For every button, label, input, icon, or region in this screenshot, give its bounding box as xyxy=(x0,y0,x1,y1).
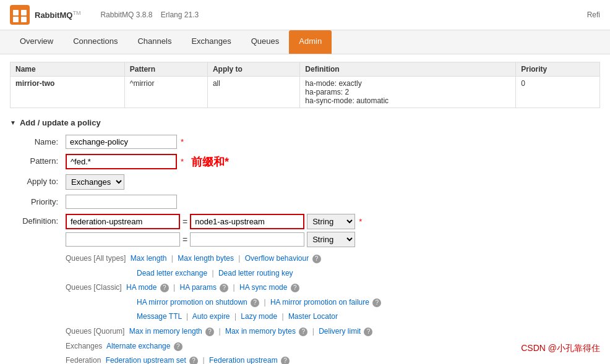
svg-rect-0 xyxy=(10,5,30,25)
priority-input[interactable] xyxy=(66,195,177,209)
definition-label: Definition: xyxy=(10,214,66,226)
logo-area: RabbitMQTM RabbitMQ 3.8.8 Erlang 21.3 xyxy=(10,5,199,25)
hint-max-in-memory-length[interactable]: Max in memory length xyxy=(129,327,202,336)
hint-federation-upstream[interactable]: Federation upstream xyxy=(209,356,278,364)
name-row: Name: * xyxy=(10,135,600,149)
hint-delivery-limit[interactable]: Delivery limit xyxy=(319,327,361,336)
max-memory-length-help-icon[interactable]: ? xyxy=(205,328,214,336)
federation-row1: Federation Federation upstream set ? | F… xyxy=(66,354,600,364)
queues-classic-row3: Message TTL | Auto expire | Lazy mode | … xyxy=(137,310,600,324)
def-val-2[interactable] xyxy=(190,232,304,247)
pattern-input[interactable] xyxy=(66,154,177,169)
nav-overview[interactable]: Overview xyxy=(10,30,63,54)
fed-upstream-help-icon[interactable]: ? xyxy=(281,357,290,364)
hint-alternate-exchange[interactable]: Alternate exchange xyxy=(106,342,170,350)
rabbitmq-logo-icon xyxy=(10,5,30,25)
def-key-2[interactable] xyxy=(66,232,180,247)
hint-max-length-bytes[interactable]: Max length bytes xyxy=(178,254,234,263)
top-right-text: Refi xyxy=(587,11,600,19)
watermark: CSDN @小孔靠得住 xyxy=(521,343,600,354)
name-required: * xyxy=(181,137,184,146)
hint-dead-letter-routing[interactable]: Dead letter routing key xyxy=(218,269,293,277)
svg-rect-4 xyxy=(21,17,27,22)
fed-upstream-set-help-icon[interactable]: ? xyxy=(189,357,198,364)
queues-quorum-row1: Queues [Quorum] Max in memory length ? |… xyxy=(66,325,600,339)
queues-classic-row2: HA mirror promotion on shutdown ? | HA m… xyxy=(137,296,600,310)
table-row: mirrior-two ^mirrior all ha-mode: exactl… xyxy=(11,77,600,108)
pattern-field: * 前缀和* xyxy=(66,154,229,169)
exchanges-label: Exchanges xyxy=(66,342,102,350)
hint-ha-sync-mode[interactable]: HA sync mode xyxy=(239,283,287,292)
version-info: RabbitMQ 3.8.8 Erlang 21.3 xyxy=(100,11,199,19)
policy-table: Name Pattern Apply to Definition Priorit… xyxy=(10,62,600,108)
alt-exchange-help-icon[interactable]: ? xyxy=(174,342,183,351)
row-pattern: ^mirrior xyxy=(124,77,207,108)
svg-rect-3 xyxy=(13,17,19,22)
section-title: Add / update a policy xyxy=(20,118,101,127)
row-definition: ha-mode: exactlyha-params: 2ha-sync-mode… xyxy=(300,77,516,108)
collapse-triangle-icon: ▼ xyxy=(10,119,16,126)
hint-overflow-behaviour[interactable]: Overflow behaviour xyxy=(245,254,309,263)
def-val-1[interactable] xyxy=(190,214,304,229)
def-row-2: = String Number Boolean xyxy=(66,232,362,247)
hint-auto-expire[interactable]: Auto expire xyxy=(192,312,230,321)
def-type-select-2[interactable]: String Number Boolean xyxy=(307,232,355,247)
nav-bar: Overview Connections Channels Exchanges … xyxy=(0,30,610,54)
hint-federation-upstream-set[interactable]: Federation upstream set xyxy=(106,356,186,364)
def-key-1[interactable] xyxy=(66,214,180,229)
apply-row: Apply to: Exchanges Queues All xyxy=(10,174,600,190)
row-apply: all xyxy=(207,77,299,108)
def-row-container: = String Number Boolean * = xyxy=(66,214,362,247)
equals-1: = xyxy=(183,217,187,227)
nav-connections[interactable]: Connections xyxy=(63,30,127,54)
nav-exchanges[interactable]: Exchanges xyxy=(181,30,241,54)
queues-quorum-label: Queues [Quorum] xyxy=(66,327,124,336)
priority-row: Priority: xyxy=(10,195,600,209)
hint-ha-params[interactable]: HA params xyxy=(180,283,217,292)
hint-master-locator[interactable]: Master Locator xyxy=(288,312,338,321)
ha-mirror-failure-help-icon[interactable]: ? xyxy=(372,298,381,307)
main-content: Name Pattern Apply to Definition Priorit… xyxy=(0,54,610,364)
def-required: * xyxy=(359,217,362,226)
hint-lazy-mode[interactable]: Lazy mode xyxy=(241,312,277,321)
ha-params-help-icon[interactable]: ? xyxy=(220,284,228,292)
hint-ha-mirror-failure[interactable]: HA mirror promotion on failure xyxy=(270,298,369,307)
nav-channels[interactable]: Channels xyxy=(127,30,181,54)
nav-admin[interactable]: Admin xyxy=(289,30,332,54)
queues-all-label: Queues [All types] xyxy=(66,254,126,263)
apply-field: Exchanges Queues All xyxy=(66,174,124,190)
hint-message-ttl[interactable]: Message TTL xyxy=(137,312,182,321)
hint-max-length[interactable]: Max length xyxy=(131,254,167,263)
queues-all-row2: Dead letter exchange | Dead letter routi… xyxy=(137,267,600,281)
ha-mirror-shutdown-help-icon[interactable]: ? xyxy=(251,298,259,307)
pattern-required: * xyxy=(181,157,184,166)
max-memory-bytes-help-icon[interactable]: ? xyxy=(299,328,307,336)
equals-2: = xyxy=(183,235,187,245)
name-label: Name: xyxy=(10,135,66,146)
def-type-select-1[interactable]: String Number Boolean xyxy=(307,214,355,229)
pattern-row: Pattern: * 前缀和* xyxy=(10,154,600,169)
hint-ha-mode[interactable]: HA mode xyxy=(126,283,157,292)
col-definition: Definition xyxy=(300,62,516,77)
hint-ha-mirror-shutdown[interactable]: HA mirror promotion on shutdown xyxy=(137,298,247,307)
section-header[interactable]: ▼ Add / update a policy xyxy=(10,118,600,127)
svg-rect-1 xyxy=(13,10,19,15)
overflow-help-icon[interactable]: ? xyxy=(312,255,321,263)
delivery-limit-help-icon[interactable]: ? xyxy=(364,328,372,336)
name-input[interactable] xyxy=(66,135,177,149)
hint-max-in-memory-bytes[interactable]: Max in memory bytes xyxy=(225,327,296,336)
apply-label: Apply to: xyxy=(10,174,66,186)
definition-row: Definition: = String Number Boolean * xyxy=(10,214,600,247)
definition-field: = String Number Boolean * = xyxy=(66,214,362,247)
hint-dead-letter-exchange[interactable]: Dead letter exchange xyxy=(137,269,207,277)
row-priority: 0 xyxy=(516,77,600,108)
logo-text: RabbitMQTM xyxy=(35,10,80,20)
name-field: * xyxy=(66,135,184,149)
apply-select[interactable]: Exchanges Queues All xyxy=(66,174,124,190)
col-priority: Priority xyxy=(516,62,600,77)
ha-sync-help-icon[interactable]: ? xyxy=(291,284,299,292)
ha-mode-help-icon[interactable]: ? xyxy=(160,284,169,292)
col-pattern: Pattern xyxy=(124,62,207,77)
nav-queues[interactable]: Queues xyxy=(241,30,290,54)
definition-hints: Queues [All types] Max length | Max leng… xyxy=(66,252,600,364)
